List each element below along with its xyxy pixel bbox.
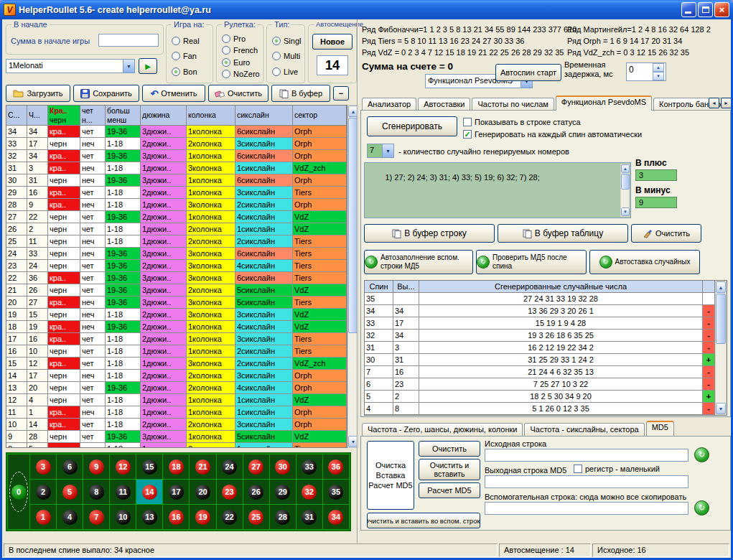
md5-calc-button[interactable]: Расчет MD5 — [419, 482, 480, 498]
tab-Анализатор[interactable]: Анализатор — [362, 98, 416, 111]
board-cell-18[interactable]: 18 — [163, 454, 189, 479]
md5-clear-button[interactable]: Очистить — [419, 441, 480, 457]
close-button[interactable]: × — [714, 2, 729, 17]
gen-scrollbar[interactable]: ▲▼ — [715, 281, 727, 415]
table-row[interactable]: 3434кра..чет19-363дюжи..1колонка6сикслай… — [6, 126, 347, 138]
radio-bon[interactable]: Bon — [172, 67, 210, 76]
tab-MD5[interactable]: MD5 — [646, 421, 674, 436]
scroll-thumb[interactable] — [716, 294, 726, 344]
autobet-button[interactable]: ↻ Автоставка случайных — [589, 250, 700, 274]
start-sum-input[interactable] — [98, 34, 159, 47]
table-row[interactable]: 262чернчет1-181дюжи..2колонка1сикслайнVd… — [6, 223, 347, 235]
column-header[interactable]: Спин — [365, 281, 393, 293]
scroll-down-button[interactable]: ▼ — [716, 403, 726, 414]
radio-live[interactable]: Live — [272, 67, 302, 76]
tab-scroll-left-icon[interactable]: ◄ — [709, 98, 719, 108]
clear-generated-button[interactable]: Очистить — [631, 224, 701, 243]
table-row[interactable]: 1512кра..чет1-181дюжи..3колонка2сикслайн… — [6, 358, 347, 370]
radio-french[interactable]: French — [222, 46, 261, 55]
tab-Функционал PsevdoMS[interactable]: Функционал PsevdoMS — [556, 95, 652, 111]
board-cell-25[interactable]: 25 — [243, 505, 269, 529]
board-cell-34[interactable]: 34 — [323, 505, 349, 529]
table-row[interactable]: 343413 36 29 3 20 26 1- — [365, 305, 727, 317]
board-cell-33[interactable]: 33 — [297, 454, 322, 479]
table-row[interactable]: 323419 3 26 18 6 35 25- — [365, 330, 727, 342]
table-row[interactable]: 2433черннеч19-363дюжи..3колонка6сикслайн… — [6, 248, 347, 260]
play-button[interactable]: ▶ — [139, 58, 157, 74]
table-row[interactable]: 6237 25 27 10 3 22- — [365, 378, 727, 391]
column-header[interactable]: сикслайн — [235, 106, 293, 126]
save-button[interactable]: Сохранить — [73, 85, 139, 102]
table-row[interactable]: 2916кра..чет1-182дюжи..1колонка3сикслайн… — [6, 187, 347, 199]
md5-side-button[interactable]: Очистка Вставка Расчет MD5 — [367, 441, 414, 510]
source-refresh-button[interactable]: ↻ — [694, 447, 709, 462]
column-header[interactable]: Кра..черн — [48, 106, 80, 126]
table-row[interactable]: 85кра..неч1-181дюжи..2колонка1сикслайнTi… — [6, 443, 347, 448]
checkbox-unchecked-icon[interactable] — [463, 118, 472, 126]
radio-euro[interactable]: Euro — [222, 58, 261, 67]
table-row[interactable]: 124чернчет1-181дюжи..1колонка1сикслайнVd… — [6, 394, 347, 406]
tab-scroll-right-icon[interactable]: ► — [721, 98, 731, 108]
autospin-start-button[interactable]: Автоспин старт — [495, 64, 561, 81]
table-row[interactable]: 313кра..неч1-181дюжи..3колонка1сикслайнV… — [6, 162, 347, 174]
buffer-row-button[interactable]: В буфер строку — [364, 224, 495, 243]
board-cell-8[interactable]: 8 — [83, 480, 109, 504]
board-cell-12[interactable]: 12 — [110, 454, 136, 479]
spinner-up-button[interactable]: ▲ — [653, 63, 664, 72]
table-row[interactable]: 1819кра..неч19-362дюжи..1колонка4сикслай… — [6, 321, 347, 333]
output-string-input[interactable] — [485, 475, 688, 488]
table-row[interactable]: 3234кра..чет19-363дюжи..1колонка6сикслай… — [6, 150, 347, 162]
column-header[interactable]: дюжина — [141, 106, 187, 126]
table-row[interactable]: 289кра..неч1-181дюжи..3колонка2сикслайнO… — [6, 199, 347, 211]
undo-button[interactable]: ↶ Отменить — [142, 85, 205, 102]
table-row[interactable]: 5218 2 5 30 34 9 20+ — [365, 391, 727, 403]
check-md5-button[interactable]: ↻ Проверить МД5 после спина — [476, 250, 587, 274]
board-cell-29[interactable]: 29 — [270, 480, 296, 504]
minus-button[interactable]: − — [333, 86, 349, 101]
buffer-table-button[interactable]: В буфер таблицу — [498, 224, 628, 243]
column-header[interactable]: четн... — [80, 106, 106, 126]
scroll-up-button[interactable]: ▲ — [621, 164, 630, 173]
board-cell-17[interactable]: 17 — [163, 480, 189, 504]
helper-refresh-button[interactable]: ↻ — [694, 500, 709, 515]
tab-Частота - сикслайны, сектора[interactable]: Частота - сикслайны, сектора — [524, 423, 644, 436]
board-cell-27[interactable]: 27 — [243, 454, 269, 479]
column-header[interactable]: С... — [6, 106, 27, 126]
table-row[interactable]: 1320чернчет19-362дюжи..2колонка4сикслайн… — [6, 382, 347, 394]
table-row[interactable]: 485 1 26 0 12 3 35- — [365, 403, 727, 415]
table-row[interactable]: 71621 24 4 6 32 35 13- — [365, 366, 727, 378]
minimize-button[interactable] — [681, 2, 696, 17]
autofill-md5-button[interactable]: ↻ Автозаполнение вспом. строки МД5 — [364, 250, 473, 274]
board-cell-16[interactable]: 16 — [163, 505, 189, 529]
radio-multi[interactable]: Multi — [272, 52, 302, 60]
delay-spinner[interactable]: 0 ▲ ▼ — [626, 62, 666, 81]
board-cell-7[interactable]: 7 — [83, 505, 109, 529]
board-cell-36[interactable]: 36 — [323, 454, 349, 479]
radio-fan[interactable]: Fan — [172, 52, 210, 60]
table-row[interactable]: 1417черннеч1-182дюжи..2колонка3сикслайнO… — [6, 370, 347, 382]
radio-pro[interactable]: Pro — [222, 34, 261, 43]
table-row[interactable]: 2722чернчет19-362дюжи..1колонка4сикслайн… — [6, 211, 347, 223]
board-cell-13[interactable]: 13 — [136, 505, 162, 529]
board-cell-5[interactable]: 5 — [57, 480, 83, 504]
source-string-input[interactable] — [485, 449, 688, 462]
board-cell-0[interactable]: 0 — [8, 454, 29, 529]
lowercase-checkbox-row[interactable]: регистр - маленький — [574, 465, 660, 473]
text-scrollbar[interactable]: ▲▼ — [620, 164, 630, 217]
table-row[interactable]: 2236кра..чет19-363дюжи..3колонка6сикслай… — [6, 272, 347, 284]
table-row[interactable]: 3317черннеч1-182дюжи..2колонка3сикслайнO… — [6, 138, 347, 150]
column-header[interactable]: Вы... — [393, 281, 419, 293]
table-row[interactable]: 3031черннеч19-363дюжи..1колонка6сикслайн… — [6, 174, 347, 187]
board-cell-9[interactable]: 9 — [83, 454, 109, 479]
table-row[interactable]: 1610чернчет1-181дюжи..1колонка2сикслайнT… — [6, 345, 347, 358]
table-row[interactable]: 331715 19 1 9 4 28- — [365, 317, 727, 330]
board-cell-4[interactable]: 4 — [57, 505, 83, 529]
table-row[interactable]: 2324чернчет19-362дюжи..3колонка4сикслайн… — [6, 260, 347, 272]
count-combobox[interactable]: 7 ▼ — [367, 144, 394, 158]
scroll-down-button[interactable]: ▼ — [621, 207, 630, 216]
generated-numbers-text[interactable]: 1) 27; 2) 24; 3) 31; 4) 33; 5) 19; 6) 32… — [364, 162, 631, 218]
column-header[interactable]: колонка — [187, 106, 235, 126]
checkbox-checked-icon[interactable]: ✓ — [463, 130, 472, 139]
board-cell-11[interactable]: 11 — [110, 480, 136, 504]
board-cell-32[interactable]: 32 — [297, 480, 322, 504]
